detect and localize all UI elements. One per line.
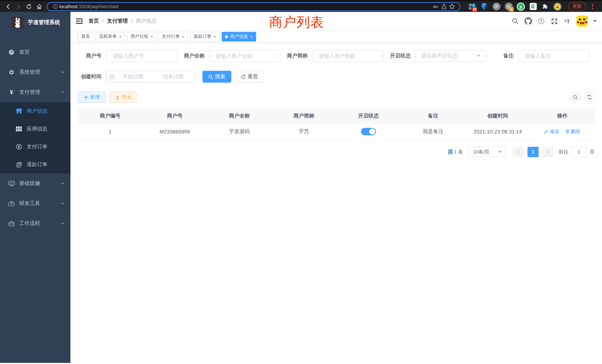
sidebar-item-system[interactable]: 系统管理 [0,62,70,82]
fullscreen-icon[interactable] [550,17,558,25]
trash-icon [565,129,570,134]
search-icon[interactable] [512,17,519,25]
extension-gem-icon[interactable] [480,2,488,11]
forward-icon [16,3,22,10]
pagination-total-prefix: 共 [448,149,453,154]
password-key-icon[interactable] [431,3,440,10]
field-label: 开启状态 [387,53,415,59]
status-select[interactable]: 请选择开启状态 [415,50,486,62]
full-name-input[interactable] [209,50,280,62]
col-create-time: 创建时间 [465,109,530,123]
remark-input[interactable] [518,50,589,62]
search-icon [208,74,213,79]
browser-profile-avatar[interactable] [553,2,562,11]
page-size-select[interactable]: 10条/页 [468,147,505,157]
sidebar-item-label: 应用信息 [27,126,64,132]
filter-remark: 备注 [490,50,589,62]
field-label: 创建时间 [78,73,106,80]
full-name-input-field[interactable] [215,53,274,59]
yen-circle-icon [16,144,22,150]
table-header-row: 商户编号 商户号 商户全称 商户简称 开启状态 备注 创建时间 操作 [78,109,595,123]
cell-remark: 我是备注 [401,123,466,140]
address-bar[interactable]: localhost:1024/pay/merchant [47,2,460,11]
browser-back-button[interactable] [3,2,13,11]
share-icon[interactable] [440,3,448,10]
browser-home-button[interactable] [34,2,44,11]
date-range-picker[interactable]: 开始日期 - 结束日期 [106,71,195,83]
sidebar-item-label: 首页 [19,49,64,56]
tab-close-icon[interactable]: × [182,34,185,39]
breadcrumb-home[interactable]: 首页 [89,18,99,24]
tab-close-icon[interactable]: × [119,34,122,39]
merchant-no-input-field[interactable] [112,53,171,59]
tab-close-icon[interactable]: × [250,34,253,39]
sidebar-item-home[interactable]: 首页 [0,42,70,62]
sidebar-item-refund-order[interactable]: 退款订单 [0,156,70,173]
app-shell: 芋道管理系统 首页 系统管理 [0,12,602,363]
tab-pay-order[interactable]: 支付订单 × [159,32,188,41]
short-name-input[interactable] [312,50,383,62]
breadcrumb: 首页 / 支付管理 / 商户信息 [89,18,157,24]
search-button[interactable]: 搜索 [202,71,231,83]
show-search-button[interactable] [570,92,580,102]
sidebar-item-workflow[interactable]: 工作流程 [0,214,70,234]
delete-link[interactable]: 删除 [565,128,580,135]
extension-yuque-icon[interactable]: y [517,2,525,11]
sidebar-item-dev-tools[interactable]: 研发工具 [0,193,70,214]
tab-refund-order[interactable]: 退款订单 × [190,32,219,41]
prev-page-button[interactable] [513,147,524,157]
merchant-no-input[interactable] [106,50,177,62]
table-toolbar: 新增 导出 [78,92,595,103]
bookmark-star-icon[interactable] [448,3,456,10]
tab-user-group[interactable]: 用户分组 × [127,32,156,41]
grid-icon [16,126,22,132]
refresh-table-button[interactable] [584,92,595,102]
add-button[interactable]: 新增 [78,92,106,103]
sidebar-item-pay-order[interactable]: 支付订单 [0,138,70,156]
browser-update-button[interactable]: 更新 [568,2,586,11]
reset-button[interactable]: 重置 [235,71,264,83]
avatar-dropdown-caret[interactable] [593,20,597,22]
sidebar-item-label: 支付订单 [27,143,64,150]
add-button-label: 新增 [90,94,100,100]
chevron-down-icon [60,181,64,186]
col-full-name: 商户全称 [207,109,272,123]
tab-close-icon[interactable]: × [214,34,216,39]
sidebar-item-app-info[interactable]: 应用信息 [0,120,70,138]
status-toggle[interactable] [361,128,376,135]
field-label: 商户简称 [284,53,312,59]
extension-recorder-icon[interactable]: 1 [505,2,513,11]
sidebar-item-merchant-info[interactable]: 商户信息 [0,102,70,120]
tab-close-icon[interactable]: × [150,34,153,39]
browser-forward-button[interactable] [13,2,24,11]
tab-merchant-info[interactable]: 商户信息 × [222,32,256,41]
font-size-icon[interactable]: TT [563,17,571,25]
github-icon[interactable] [525,17,532,25]
yen-icon: ¥ [8,89,15,95]
edit-link[interactable]: 修改 [544,128,559,135]
short-name-input-field[interactable] [318,53,377,59]
sidebar-item-payment[interactable]: ¥ 支付管理 [0,82,70,102]
extension-flag-icon[interactable] [529,2,537,11]
sidebar-collapse-button[interactable] [70,12,88,30]
browser-reload-button[interactable] [24,2,34,11]
remark-input-field[interactable] [524,53,583,59]
export-button[interactable]: 导出 [109,92,137,103]
browser-menu-button[interactable] [590,4,595,9]
next-page-button[interactable] [542,147,553,157]
cell-actions: 修改 删除 [530,123,595,140]
extension-command-icon[interactable]: ⌘ [492,2,500,11]
extensions-puzzle-icon[interactable] [541,2,549,11]
sidebar-logo[interactable]: 芋道管理系统 [0,12,70,33]
extension-grid-icon[interactable]: 10 [468,2,476,11]
help-icon[interactable]: ? [538,17,545,25]
page-number-1[interactable]: 1 [527,147,539,157]
breadcrumb-payment[interactable]: 支付管理 [107,18,128,24]
tab-label: 首页 [81,33,90,40]
tab-home[interactable]: 首页 [78,32,93,41]
tab-process-form[interactable]: 流程表单 × [96,32,125,41]
user-avatar[interactable] [576,16,588,27]
page-info-icon[interactable] [51,3,59,10]
goto-page-input[interactable] [570,147,588,157]
sidebar-item-infrastructure[interactable]: 基础设施 [0,173,70,193]
